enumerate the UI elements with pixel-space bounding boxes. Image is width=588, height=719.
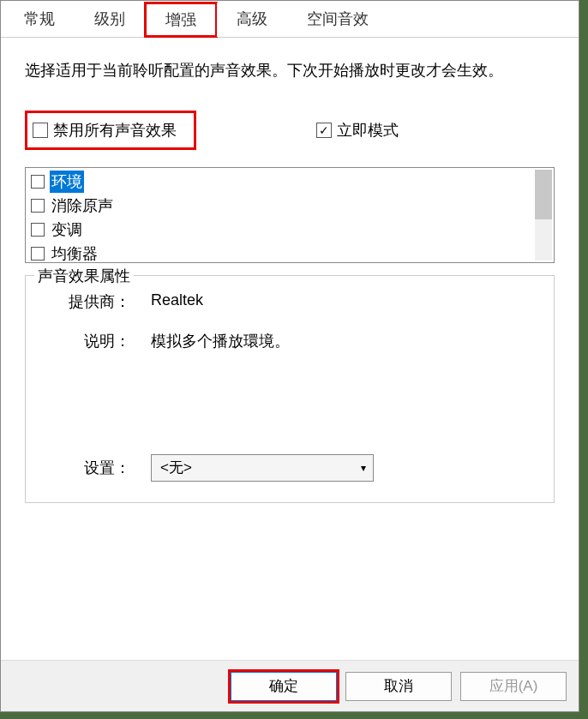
effect-label: 变调 [50, 219, 84, 241]
scrollbar[interactable] [535, 170, 552, 261]
checkbox-row: 禁用所有声音效果 立即模式 [25, 111, 555, 150]
checkbox-icon [33, 123, 48, 138]
description-value: 模拟多个播放環境。 [151, 331, 290, 351]
immediate-mode-label: 立即模式 [337, 120, 399, 141]
tab-spatial[interactable]: 空间音效 [287, 3, 388, 37]
properties-groupbox: 声音效果属性 提供商： Realtek 说明： 模拟多个播放環境。 设置： <无… [25, 275, 555, 503]
checkbox-icon [316, 123, 332, 138]
disable-all-label: 禁用所有声音效果 [53, 120, 177, 141]
chevron-down-icon: ▾ [361, 462, 366, 474]
button-bar: 确定 取消 应用(A) [1, 660, 579, 711]
effects-listbox[interactable]: 环境 消除原声 变调 均衡器 [25, 167, 555, 263]
ok-button[interactable]: 确定 [231, 672, 337, 701]
list-item[interactable]: 变调 [29, 218, 550, 242]
tab-strip: 常规 级别 增强 高级 空间音效 [1, 1, 579, 38]
settings-dropdown[interactable]: <无> ▾ [151, 454, 374, 482]
cancel-button[interactable]: 取消 [345, 672, 452, 701]
description-text: 选择适用于当前聆听配置的声音效果。下次开始播放时更改才会生效。 [25, 58, 505, 83]
checkbox-icon[interactable] [31, 199, 45, 213]
provider-value: Realtek [151, 291, 203, 312]
tab-general[interactable]: 常规 [4, 3, 75, 37]
checkbox-icon[interactable] [31, 175, 45, 189]
provider-label: 提供商： [39, 291, 151, 312]
apply-button[interactable]: 应用(A) [460, 672, 567, 701]
tab-enhance[interactable]: 增强 [144, 2, 218, 38]
groupbox-title: 声音效果属性 [34, 266, 134, 286]
settings-label: 设置： [39, 458, 151, 478]
list-item[interactable]: 均衡器 [29, 242, 550, 266]
immediate-mode-checkbox[interactable]: 立即模式 [316, 120, 399, 141]
sound-properties-dialog: 常规 级别 增强 高级 空间音效 选择适用于当前聆听配置的声音效果。下次开始播放… [0, 0, 579, 712]
list-item[interactable]: 消除原声 [29, 194, 550, 218]
tab-advanced[interactable]: 高级 [217, 3, 287, 37]
effect-label: 消除原声 [50, 195, 115, 217]
tab-content: 选择适用于当前聆听配置的声音效果。下次开始播放时更改才会生效。 禁用所有声音效果… [1, 38, 579, 524]
disable-all-effects-checkbox[interactable]: 禁用所有声音效果 [25, 111, 196, 150]
list-item[interactable]: 环境 [29, 170, 550, 194]
effect-label: 环境 [50, 171, 84, 193]
checkbox-icon[interactable] [31, 223, 45, 237]
checkbox-icon[interactable] [31, 247, 45, 261]
dropdown-value: <无> [160, 458, 192, 477]
scrollbar-thumb[interactable] [535, 170, 552, 219]
effect-label: 均衡器 [50, 243, 99, 265]
tab-levels[interactable]: 级别 [75, 3, 145, 37]
description-label: 说明： [39, 331, 151, 351]
